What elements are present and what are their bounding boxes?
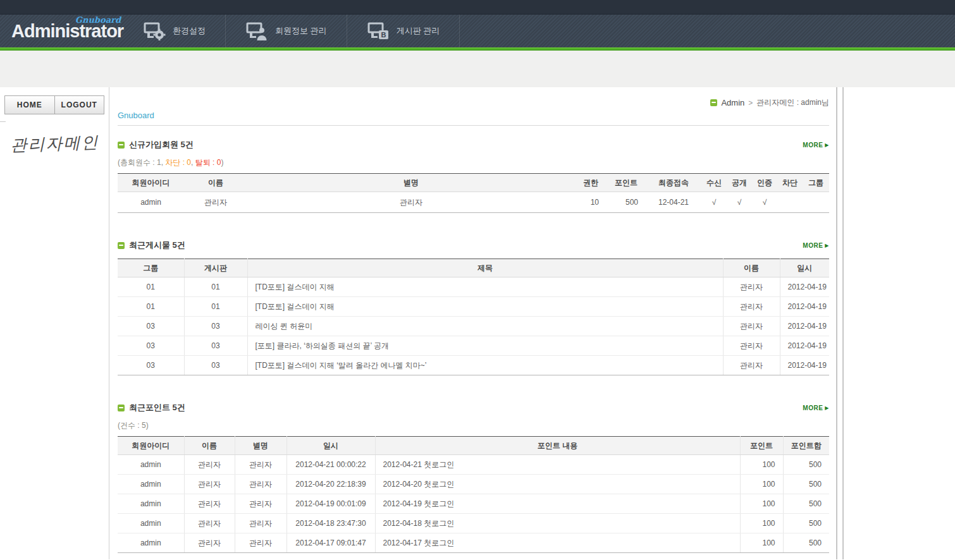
new-members-table: 회원아이디이름별명권한포인트최종접속수신공개인증차단그룹admin관리자관리자1… (118, 173, 829, 213)
more-link[interactable]: MORE ▶ (803, 142, 829, 149)
cell: 2012-04-18 첫로그인 (375, 514, 740, 533)
top-strip (0, 0, 955, 15)
section-recent-posts: 최근게시물 5건 MORE ▶ 그룹게시판제목이름일시0101[TD포토] 걸스… (118, 240, 829, 375)
table-row: 0101[TD포토] 걸스데이 지해관리자2012-04-19 (118, 277, 829, 297)
point-column-header: 일시 (286, 437, 375, 455)
point-column-header: 회원아이디 (118, 437, 184, 455)
member-count-summary: (총회원수 : 1, 차단 : 0, 탈퇴 : 0) (118, 157, 829, 168)
post-title-link[interactable]: 레이싱 퀸 허윤미 (247, 317, 723, 336)
cell: 관리자 (235, 475, 286, 494)
more-link[interactable]: MORE ▶ (803, 242, 829, 249)
cell: 관리자 (723, 336, 780, 356)
home-button[interactable]: HOME (4, 95, 55, 114)
cell: 관리자 (723, 297, 780, 317)
cell: 관리자 (247, 192, 575, 213)
cell: 100 (740, 455, 783, 475)
cell: √ (727, 192, 752, 213)
post-column-header: 게시판 (184, 259, 247, 277)
monitor-user-icon (245, 21, 268, 40)
sidebar-buttons: HOME LOGOUT (4, 95, 104, 114)
point-column-header: 포인트합 (783, 437, 829, 455)
cell: 12-04-21 (646, 192, 701, 213)
cell: 관리자 (723, 356, 780, 375)
menu-item-boards[interactable]: B 게시판 관리 (347, 15, 460, 47)
site-link[interactable]: Gnuboard (118, 111, 154, 120)
member-id-link[interactable]: admin (118, 533, 184, 553)
menu-item-members[interactable]: 회원정보 관리 (226, 15, 347, 47)
cell (777, 192, 803, 213)
member-column-header: 차단 (777, 174, 803, 192)
board-link[interactable]: 01 (184, 277, 247, 297)
member-id-link[interactable]: admin (118, 494, 184, 514)
logout-button[interactable]: LOGOUT (54, 95, 105, 114)
point-column-header: 이름 (184, 437, 235, 455)
member-id-link[interactable]: admin (118, 514, 184, 533)
cell: 관리자 (184, 192, 247, 213)
cell: 2012-04-21 00:00:22 (286, 455, 375, 475)
more-label: MORE (803, 405, 823, 411)
member-column-header: 권한 (575, 174, 607, 192)
breadcrumb-root[interactable]: Admin (721, 98, 744, 107)
point-column-header: 포인트 (740, 437, 783, 455)
board-link[interactable]: 03 (184, 336, 247, 356)
cell: 2012-04-19 (780, 317, 829, 336)
board-link[interactable]: 01 (184, 297, 247, 317)
monitor-gear-icon (143, 21, 166, 40)
group-link[interactable]: 01 (118, 297, 184, 317)
member-column-header: 이름 (184, 174, 247, 192)
post-title-link[interactable]: [포토] 클라라, ‘하의실종 패션의 끝’ 공개 (247, 336, 723, 356)
admin-header: Administrator Gnuboard 환경설정 (0, 15, 955, 47)
main-content: Gnuboard Admin > 관리자메인 : admin님 신규가입회원 5… (118, 87, 829, 553)
cell: 2012-04-17 09:01:47 (286, 533, 375, 553)
cell: 10 (575, 192, 607, 213)
menu-label: 회원정보 관리 (275, 25, 327, 37)
post-title-link[interactable]: [TD포토] 걸스데이 지해 (247, 277, 723, 297)
table-row: admin관리자관리자2012-04-19 00:01:092012-04-19… (118, 494, 829, 514)
table-row: admin관리자관리자2012-04-20 22:18:392012-04-20… (118, 475, 829, 494)
cell: 2012-04-20 22:18:39 (286, 475, 375, 494)
post-title-link[interactable]: [TD포토] 걸스데이 지해 ‘말려 올라간 에나멜 치마~’ (247, 356, 723, 375)
section-title-text: 최근게시물 5건 (129, 240, 185, 251)
more-arrow-icon: ▶ (825, 405, 829, 411)
post-column-header: 그룹 (118, 259, 184, 277)
member-column-header: 수신 (701, 174, 727, 192)
content-header: Gnuboard Admin > 관리자메인 : admin님 (118, 87, 829, 126)
green-bullet-icon (710, 99, 717, 106)
sidebar-divider (0, 121, 6, 122)
group-link[interactable]: 03 (118, 356, 184, 375)
breadcrumb-current: 관리자메인 : admin님 (756, 97, 829, 108)
member-id-link[interactable]: admin (118, 455, 184, 475)
group-link[interactable]: 03 (118, 317, 184, 336)
more-link[interactable]: MORE ▶ (803, 405, 829, 411)
cell: 관리자 (184, 494, 235, 514)
table-row: admin관리자관리자2012-04-21 00:00:222012-04-21… (118, 455, 829, 475)
gnuboard-brand-label: Gnuboard (75, 15, 121, 25)
section-title-text: 최근포인트 5건 (129, 402, 185, 413)
board-link[interactable]: 03 (184, 317, 247, 336)
cell: √ (701, 192, 727, 213)
section-title: 신규가입회원 5건 (118, 139, 194, 150)
section-recent-points: 최근포인트 5건 MORE ▶ (건수 : 5) 회원아이디이름별명일시포인트 … (118, 402, 829, 553)
member-column-header: 공개 (727, 174, 752, 192)
menu-label: 게시판 관리 (397, 25, 440, 37)
board-link[interactable]: 03 (184, 356, 247, 375)
more-arrow-icon: ▶ (825, 243, 829, 248)
group-link[interactable]: 03 (118, 336, 184, 356)
section-new-members: 신규가입회원 5건 MORE ▶ (총회원수 : 1, 차단 : 0, 탈퇴 :… (118, 139, 829, 213)
cell: 500 (607, 192, 646, 213)
cell: 2012-04-20 첫로그인 (375, 475, 740, 494)
table-row: 0303레이싱 퀸 허윤미관리자2012-04-19 (118, 317, 829, 336)
menu-item-config[interactable]: 환경설정 (123, 15, 226, 47)
cell: 2012-04-19 (780, 336, 829, 356)
cell: 100 (740, 514, 783, 533)
logo[interactable]: Administrator Gnuboard (11, 21, 116, 42)
group-link[interactable]: 01 (118, 277, 184, 297)
summary-text: , (191, 158, 195, 167)
member-id-link[interactable]: admin (118, 475, 184, 494)
post-title-link[interactable]: [TD포토] 걸스데이 지해 (247, 297, 723, 317)
recent-posts-table: 그룹게시판제목이름일시0101[TD포토] 걸스데이 지해관리자2012-04-… (118, 259, 829, 375)
sub-header-band (0, 51, 955, 87)
cell: 관리자 (235, 533, 286, 553)
section-title-text: 신규가입회원 5건 (129, 139, 194, 150)
table-row: 0101[TD포토] 걸스데이 지해관리자2012-04-19 (118, 297, 829, 317)
